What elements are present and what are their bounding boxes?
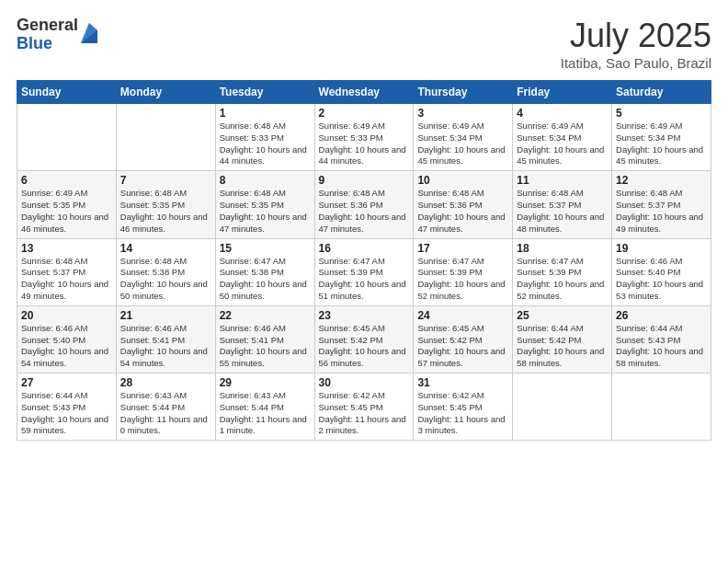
day-number: 1 [220, 107, 311, 120]
calendar-cell: 7Sunrise: 6:48 AM Sunset: 5:35 PM Daylig… [116, 171, 215, 238]
day-info: Sunrise: 6:47 AM Sunset: 5:39 PM Dayligh… [319, 256, 410, 303]
day-info: Sunrise: 6:49 AM Sunset: 5:34 PM Dayligh… [517, 121, 608, 167]
logo: General Blue [17, 17, 97, 53]
day-number: 26 [616, 309, 707, 322]
calendar-cell: 13Sunrise: 6:48 AM Sunset: 5:37 PM Dayli… [17, 238, 117, 305]
day-number: 21 [120, 309, 211, 322]
day-number: 15 [220, 242, 311, 255]
calendar-cell [116, 104, 215, 171]
day-info: Sunrise: 6:48 AM Sunset: 5:33 PM Dayligh… [220, 121, 311, 167]
day-info: Sunrise: 6:46 AM Sunset: 5:40 PM Dayligh… [21, 323, 112, 370]
col-header-sunday: Sunday [17, 81, 117, 104]
header: General Blue July 2025 Itatiba, Sao Paul… [17, 17, 711, 71]
day-info: Sunrise: 6:44 AM Sunset: 5:42 PM Dayligh… [517, 323, 608, 370]
day-number: 20 [21, 309, 112, 322]
day-number: 4 [517, 107, 608, 120]
calendar-week-1: 6Sunrise: 6:49 AM Sunset: 5:35 PM Daylig… [17, 171, 711, 238]
calendar-cell: 6Sunrise: 6:49 AM Sunset: 5:35 PM Daylig… [17, 171, 117, 238]
calendar-cell: 11Sunrise: 6:48 AM Sunset: 5:37 PM Dayli… [513, 171, 612, 238]
col-header-friday: Friday [513, 81, 612, 104]
day-info: Sunrise: 6:49 AM Sunset: 5:35 PM Dayligh… [21, 188, 112, 235]
day-number: 3 [417, 107, 508, 120]
col-header-wednesday: Wednesday [314, 81, 414, 104]
calendar-cell: 15Sunrise: 6:47 AM Sunset: 5:38 PM Dayli… [215, 238, 314, 305]
logo-icon [81, 23, 97, 43]
calendar-table: SundayMondayTuesdayWednesdayThursdayFrid… [17, 80, 711, 441]
location: Itatiba, Sao Paulo, Brazil [561, 55, 711, 71]
calendar-cell [17, 104, 117, 171]
day-info: Sunrise: 6:46 AM Sunset: 5:41 PM Dayligh… [220, 323, 311, 370]
calendar-cell: 5Sunrise: 6:49 AM Sunset: 5:34 PM Daylig… [612, 104, 711, 171]
calendar-cell [513, 373, 612, 441]
day-info: Sunrise: 6:46 AM Sunset: 5:41 PM Dayligh… [120, 323, 211, 370]
day-number: 6 [21, 174, 112, 187]
calendar-week-0: 1Sunrise: 6:48 AM Sunset: 5:33 PM Daylig… [17, 104, 711, 171]
calendar-cell: 28Sunrise: 6:43 AM Sunset: 5:44 PM Dayli… [116, 373, 215, 441]
day-number: 10 [417, 174, 508, 187]
calendar-cell: 8Sunrise: 6:48 AM Sunset: 5:35 PM Daylig… [215, 171, 314, 238]
day-number: 30 [319, 376, 410, 389]
calendar-cell: 25Sunrise: 6:44 AM Sunset: 5:42 PM Dayli… [513, 305, 612, 373]
day-number: 19 [616, 242, 707, 255]
day-number: 29 [220, 376, 311, 389]
day-number: 2 [319, 107, 410, 120]
calendar-cell: 23Sunrise: 6:45 AM Sunset: 5:42 PM Dayli… [314, 305, 414, 373]
day-info: Sunrise: 6:48 AM Sunset: 5:36 PM Dayligh… [319, 188, 410, 235]
calendar-cell: 14Sunrise: 6:48 AM Sunset: 5:38 PM Dayli… [116, 238, 215, 305]
day-number: 22 [220, 309, 311, 322]
day-number: 9 [319, 174, 410, 187]
day-number: 12 [616, 174, 707, 187]
day-number: 14 [120, 242, 211, 255]
col-header-tuesday: Tuesday [215, 81, 314, 104]
calendar-cell [612, 373, 711, 441]
col-header-saturday: Saturday [612, 81, 711, 104]
day-info: Sunrise: 6:48 AM Sunset: 5:38 PM Dayligh… [120, 256, 211, 303]
col-header-monday: Monday [116, 81, 215, 104]
calendar-header-row: SundayMondayTuesdayWednesdayThursdayFrid… [17, 81, 711, 104]
day-info: Sunrise: 6:45 AM Sunset: 5:42 PM Dayligh… [319, 323, 410, 370]
day-info: Sunrise: 6:43 AM Sunset: 5:44 PM Dayligh… [220, 390, 311, 437]
title-section: July 2025 Itatiba, Sao Paulo, Brazil [561, 17, 711, 71]
calendar-cell: 4Sunrise: 6:49 AM Sunset: 5:34 PM Daylig… [513, 104, 612, 171]
day-number: 17 [417, 242, 508, 255]
day-number: 31 [417, 376, 508, 389]
day-info: Sunrise: 6:48 AM Sunset: 5:35 PM Dayligh… [220, 188, 311, 235]
day-info: Sunrise: 6:48 AM Sunset: 5:36 PM Dayligh… [417, 188, 508, 235]
calendar-cell: 19Sunrise: 6:46 AM Sunset: 5:40 PM Dayli… [612, 238, 711, 305]
calendar-cell: 2Sunrise: 6:49 AM Sunset: 5:33 PM Daylig… [314, 104, 414, 171]
day-number: 5 [616, 107, 707, 120]
calendar-cell: 12Sunrise: 6:48 AM Sunset: 5:37 PM Dayli… [612, 171, 711, 238]
logo-general: General [17, 17, 78, 35]
calendar-cell: 22Sunrise: 6:46 AM Sunset: 5:41 PM Dayli… [215, 305, 314, 373]
day-info: Sunrise: 6:46 AM Sunset: 5:40 PM Dayligh… [616, 256, 707, 303]
calendar-cell: 16Sunrise: 6:47 AM Sunset: 5:39 PM Dayli… [314, 238, 414, 305]
day-info: Sunrise: 6:44 AM Sunset: 5:43 PM Dayligh… [616, 323, 707, 370]
calendar-cell: 20Sunrise: 6:46 AM Sunset: 5:40 PM Dayli… [17, 305, 117, 373]
calendar-cell: 18Sunrise: 6:47 AM Sunset: 5:39 PM Dayli… [513, 238, 612, 305]
calendar-week-3: 20Sunrise: 6:46 AM Sunset: 5:40 PM Dayli… [17, 305, 711, 373]
day-info: Sunrise: 6:48 AM Sunset: 5:35 PM Dayligh… [120, 188, 211, 235]
calendar-cell: 17Sunrise: 6:47 AM Sunset: 5:39 PM Dayli… [414, 238, 513, 305]
day-info: Sunrise: 6:42 AM Sunset: 5:45 PM Dayligh… [319, 390, 410, 437]
day-info: Sunrise: 6:43 AM Sunset: 5:44 PM Dayligh… [120, 390, 211, 437]
day-info: Sunrise: 6:49 AM Sunset: 5:34 PM Dayligh… [616, 121, 707, 167]
calendar-cell: 3Sunrise: 6:49 AM Sunset: 5:34 PM Daylig… [414, 104, 513, 171]
day-number: 24 [417, 309, 508, 322]
day-number: 13 [21, 242, 112, 255]
month-title: July 2025 [561, 17, 711, 55]
day-info: Sunrise: 6:49 AM Sunset: 5:33 PM Dayligh… [319, 121, 410, 167]
logo-blue: Blue [17, 35, 78, 53]
day-info: Sunrise: 6:47 AM Sunset: 5:38 PM Dayligh… [220, 256, 311, 303]
day-number: 16 [319, 242, 410, 255]
day-number: 25 [517, 309, 608, 322]
calendar-week-4: 27Sunrise: 6:44 AM Sunset: 5:43 PM Dayli… [17, 373, 711, 441]
day-info: Sunrise: 6:45 AM Sunset: 5:42 PM Dayligh… [417, 323, 508, 370]
col-header-thursday: Thursday [414, 81, 513, 104]
calendar-cell: 31Sunrise: 6:42 AM Sunset: 5:45 PM Dayli… [414, 373, 513, 441]
day-info: Sunrise: 6:47 AM Sunset: 5:39 PM Dayligh… [417, 256, 508, 303]
day-number: 8 [220, 174, 311, 187]
calendar-week-2: 13Sunrise: 6:48 AM Sunset: 5:37 PM Dayli… [17, 238, 711, 305]
day-info: Sunrise: 6:49 AM Sunset: 5:34 PM Dayligh… [417, 121, 508, 167]
calendar-cell: 21Sunrise: 6:46 AM Sunset: 5:41 PM Dayli… [116, 305, 215, 373]
day-number: 11 [517, 174, 608, 187]
